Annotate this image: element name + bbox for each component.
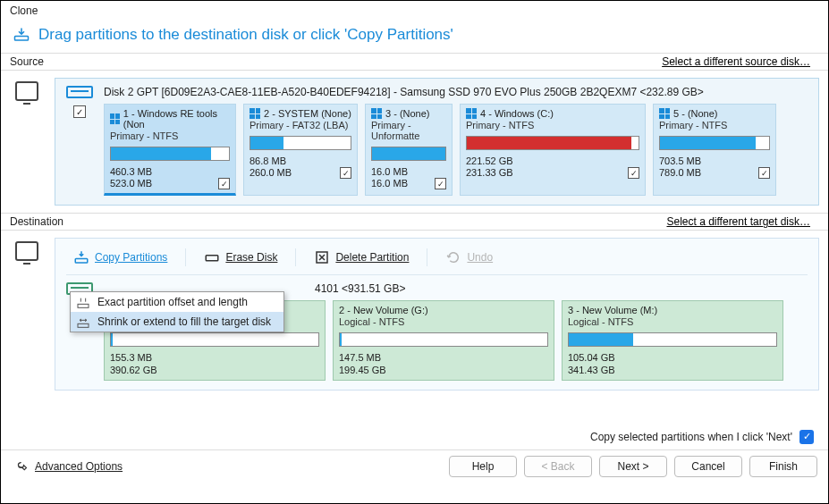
partition-type: Primary - NTFS <box>466 120 639 130</box>
menu-shrink-extend-label: Shrink or extend to fill the target disk <box>97 315 271 328</box>
partition-sizes: 703.5 MB789.0 MB <box>659 155 701 179</box>
destination-section-header: Destination Select a different target di… <box>1 213 828 231</box>
computer-icon <box>15 81 38 101</box>
partition-sizes: 16.0 MB16.0 MB <box>371 166 408 189</box>
partition-title: 5 - (None) <box>673 108 718 119</box>
finish-button[interactable]: Finish <box>749 456 817 477</box>
delete-icon <box>314 249 330 265</box>
partition-sizes: 147.5 MB199.45 GB <box>339 352 386 375</box>
copy-on-next-checkbox[interactable]: ✓ <box>799 430 814 444</box>
advanced-options-label: Advanced Options <box>35 460 123 473</box>
partition-checkbox[interactable]: ✓ <box>218 178 230 189</box>
separator <box>427 248 427 266</box>
destination-label: Destination <box>10 215 63 228</box>
window-title: Clone <box>1 1 828 21</box>
separator <box>295 248 296 266</box>
menu-exact-offset[interactable]: Exact partition offset and length <box>71 292 283 312</box>
partition-sizes: 155.3 MB390.62 GB <box>110 352 157 375</box>
source-area: ✓ Disk 2 GPT [6D09E2A3-CAE8-11EB-A520-B4… <box>1 71 828 213</box>
partition-title: 2 - SYSTEM (None) <box>264 108 351 119</box>
partition-sizes: 86.8 MB260.0 MB <box>250 155 292 179</box>
erase-disk-label: Erase Disk <box>225 251 277 264</box>
separator <box>185 248 186 266</box>
header: Drag partitions to the destination disk … <box>1 21 828 53</box>
svg-rect-2 <box>207 256 219 261</box>
help-button[interactable]: Help <box>449 456 517 477</box>
disk-fill-icon <box>76 315 90 330</box>
partition-type: Primary - Unformatte <box>371 120 446 141</box>
source-partition[interactable]: 5 - (None) Primary - NTFS 703.5 MB789.0 … <box>653 104 776 196</box>
partition-type: Primary - NTFS <box>659 120 770 130</box>
source-partition[interactable]: 2 - SYSTEM (None) Primary - FAT32 (LBA) … <box>243 104 358 196</box>
usage-bar <box>110 147 230 161</box>
windows-icon <box>659 108 670 119</box>
destination-toolbar: Copy Partitions Erase Disk Delete Partit… <box>66 246 808 275</box>
undo-button: Undo <box>440 248 498 267</box>
partition-title: 3 - New Volume (M:) <box>568 305 657 315</box>
delete-partition-label: Delete Partition <box>335 251 409 264</box>
page-title: Drag partitions to the destination disk … <box>38 26 453 44</box>
partition-type: Primary - FAT32 (LBA) <box>250 120 351 130</box>
undo-label: Undo <box>467 251 493 264</box>
partition-checkbox[interactable]: ✓ <box>758 167 770 179</box>
bottom-bar: Advanced Options Help < Back Next > Canc… <box>1 449 828 483</box>
windows-icon <box>466 108 477 119</box>
delete-partition-button[interactable]: Delete Partition <box>309 248 414 267</box>
partition-title: 3 - (None) <box>385 108 430 119</box>
source-disk-checkbox[interactable]: ✓ <box>73 105 86 118</box>
source-partition[interactable]: 3 - (None) Primary - Unformatte 16.0 MB1… <box>365 104 453 196</box>
source-disk-header: Disk 2 GPT [6D09E2A3-CAE8-11EB-A520-B40E… <box>104 86 808 98</box>
svg-rect-0 <box>15 37 29 41</box>
partition-sizes: 460.3 MB523.0 MB <box>110 166 152 189</box>
next-button[interactable]: Next > <box>599 456 667 477</box>
advanced-options-link[interactable]: Advanced Options <box>12 458 123 475</box>
partition-title: 2 - New Volume (G:) <box>339 305 428 315</box>
source-partition[interactable]: 1 - Windows RE tools (Non Primary - NTFS… <box>104 104 236 196</box>
windows-icon <box>110 113 120 124</box>
destination-partition[interactable]: 2 - New Volume (G:) Logical - NTFS 147.5… <box>333 300 554 380</box>
copy-partitions-label: Copy Partitions <box>95 251 167 264</box>
partition-title: 4 - Windows (C:) <box>480 108 554 119</box>
back-button: < Back <box>524 456 592 477</box>
svg-rect-4 <box>78 304 89 307</box>
usage-bar <box>466 136 639 150</box>
wrench-icon <box>12 458 28 475</box>
usage-bar <box>371 147 446 161</box>
source-partition[interactable]: 4 - Windows (C:) Primary - NTFS 221.52 G… <box>460 104 646 196</box>
partition-type: Logical - NTFS <box>339 316 548 327</box>
select-different-source-link[interactable]: Select a different source disk… <box>662 55 810 68</box>
disk-icon <box>204 249 220 265</box>
partition-sizes: 105.04 GB341.43 GB <box>568 352 615 375</box>
partition-checkbox[interactable]: ✓ <box>628 167 639 179</box>
svg-rect-5 <box>78 323 89 327</box>
partition-type: Logical - NTFS <box>568 316 777 327</box>
computer-icon <box>15 241 38 261</box>
usage-bar <box>110 332 319 347</box>
disk-exact-icon <box>76 296 90 310</box>
partition-checkbox[interactable]: ✓ <box>340 167 351 179</box>
cancel-button[interactable]: Cancel <box>674 456 742 477</box>
copy-partitions-menu[interactable]: Exact partition offset and length Shrink… <box>70 291 284 332</box>
undo-icon <box>445 249 461 265</box>
windows-icon <box>250 108 260 119</box>
source-section-header: Source Select a different source disk… <box>1 53 828 71</box>
source-label: Source <box>10 55 44 68</box>
copy-on-next-option: Copy selected partitions when I click 'N… <box>1 424 828 449</box>
copy-icon <box>73 249 89 265</box>
usage-bar <box>659 136 770 150</box>
source-disk-panel: ✓ Disk 2 GPT [6D09E2A3-CAE8-11EB-A520-B4… <box>55 78 819 206</box>
svg-rect-1 <box>75 259 88 264</box>
menu-exact-offset-label: Exact partition offset and length <box>97 296 248 308</box>
partition-title: 1 - Windows RE tools (Non <box>123 108 230 130</box>
partition-checkbox[interactable]: ✓ <box>435 178 446 189</box>
drive-icon <box>66 86 93 98</box>
copy-partitions-button[interactable]: Copy Partitions <box>68 248 173 267</box>
usage-bar <box>568 332 777 347</box>
destination-partition[interactable]: 3 - New Volume (M:) Logical - NTFS 105.0… <box>562 300 783 380</box>
erase-disk-button[interactable]: Erase Disk <box>199 248 283 267</box>
select-different-target-link[interactable]: Select a different target disk… <box>666 215 810 228</box>
usage-bar <box>250 136 351 150</box>
menu-shrink-extend[interactable]: Shrink or extend to fill the target disk <box>71 312 283 332</box>
windows-icon <box>371 108 382 119</box>
partition-type: Primary - NTFS <box>110 130 230 141</box>
